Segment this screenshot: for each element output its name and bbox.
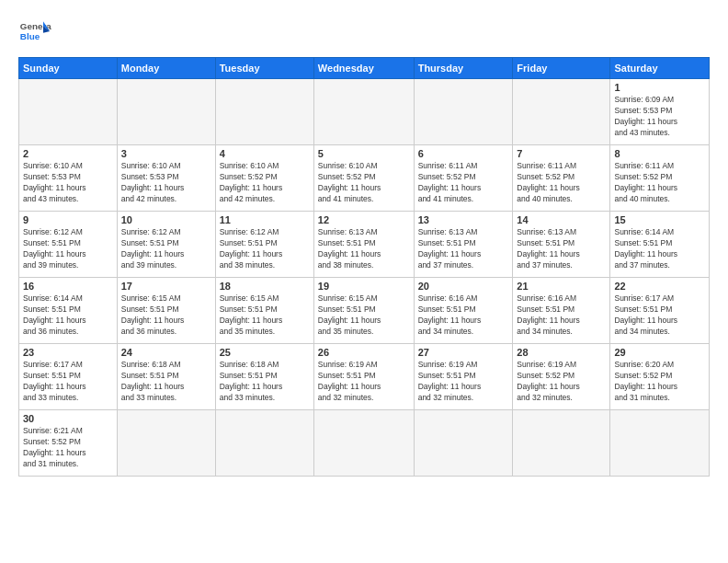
weekday-header-sunday: Sunday	[19, 58, 118, 79]
day-number: 25	[220, 347, 310, 358]
day-info: Sunrise: 6:15 AM Sunset: 5:51 PM Dayligh…	[220, 293, 310, 338]
calendar-cell: 21Sunrise: 6:16 AM Sunset: 5:51 PM Dayli…	[513, 278, 610, 344]
calendar-cell	[313, 410, 414, 477]
calendar-cell: 25Sunrise: 6:18 AM Sunset: 5:51 PM Dayli…	[215, 344, 313, 410]
day-number: 12	[318, 214, 410, 225]
day-number: 19	[318, 281, 410, 292]
day-number: 15	[614, 214, 705, 225]
calendar-cell	[414, 79, 513, 145]
day-info: Sunrise: 6:14 AM Sunset: 5:51 PM Dayligh…	[23, 293, 113, 338]
calendar-cell: 27Sunrise: 6:19 AM Sunset: 5:51 PM Dayli…	[414, 344, 513, 410]
weekday-header-saturday: Saturday	[610, 58, 710, 79]
weekday-header-friday: Friday	[513, 58, 610, 79]
calendar-cell: 24Sunrise: 6:18 AM Sunset: 5:51 PM Dayli…	[117, 344, 215, 410]
day-number: 9	[23, 214, 113, 225]
calendar-cell: 5Sunrise: 6:10 AM Sunset: 5:52 PM Daylig…	[313, 145, 414, 212]
page: General Blue SundayMondayTuesdayWednesda…	[0, 0, 728, 563]
day-info: Sunrise: 6:13 AM Sunset: 5:51 PM Dayligh…	[318, 227, 410, 271]
day-info: Sunrise: 6:11 AM Sunset: 5:52 PM Dayligh…	[418, 161, 509, 205]
calendar-cell: 10Sunrise: 6:12 AM Sunset: 5:51 PM Dayli…	[117, 212, 215, 278]
day-number: 21	[517, 281, 606, 292]
calendar-cell: 2Sunrise: 6:10 AM Sunset: 5:53 PM Daylig…	[19, 145, 118, 212]
calendar-cell: 8Sunrise: 6:11 AM Sunset: 5:52 PM Daylig…	[610, 145, 710, 212]
calendar-cell: 15Sunrise: 6:14 AM Sunset: 5:51 PM Dayli…	[610, 212, 710, 278]
calendar-cell	[414, 410, 513, 477]
day-info: Sunrise: 6:13 AM Sunset: 5:51 PM Dayligh…	[517, 227, 606, 271]
day-info: Sunrise: 6:17 AM Sunset: 5:51 PM Dayligh…	[23, 360, 113, 404]
day-info: Sunrise: 6:15 AM Sunset: 5:51 PM Dayligh…	[121, 293, 211, 338]
calendar-week-row: 9Sunrise: 6:12 AM Sunset: 5:51 PM Daylig…	[19, 212, 710, 278]
calendar-cell: 4Sunrise: 6:10 AM Sunset: 5:52 PM Daylig…	[215, 145, 313, 212]
day-info: Sunrise: 6:19 AM Sunset: 5:51 PM Dayligh…	[418, 360, 509, 404]
day-number: 26	[318, 347, 410, 358]
calendar-cell	[513, 79, 610, 145]
day-info: Sunrise: 6:15 AM Sunset: 5:51 PM Dayligh…	[318, 293, 410, 338]
day-number: 23	[23, 347, 113, 358]
day-info: Sunrise: 6:13 AM Sunset: 5:51 PM Dayligh…	[418, 227, 509, 271]
day-number: 11	[220, 214, 310, 225]
day-info: Sunrise: 6:11 AM Sunset: 5:52 PM Dayligh…	[517, 161, 606, 205]
calendar-cell	[215, 410, 313, 477]
day-info: Sunrise: 6:16 AM Sunset: 5:51 PM Dayligh…	[418, 293, 509, 338]
day-number: 13	[418, 214, 509, 225]
day-number: 29	[614, 347, 705, 358]
day-info: Sunrise: 6:20 AM Sunset: 5:52 PM Dayligh…	[614, 360, 705, 404]
day-number: 28	[517, 347, 606, 358]
day-info: Sunrise: 6:10 AM Sunset: 5:53 PM Dayligh…	[23, 161, 113, 205]
day-number: 22	[614, 281, 705, 292]
day-info: Sunrise: 6:12 AM Sunset: 5:51 PM Dayligh…	[121, 227, 211, 271]
day-info: Sunrise: 6:18 AM Sunset: 5:51 PM Dayligh…	[220, 360, 310, 404]
day-number: 18	[220, 281, 310, 292]
calendar-week-row: 23Sunrise: 6:17 AM Sunset: 5:51 PM Dayli…	[19, 344, 710, 410]
logo: General Blue	[18, 15, 51, 48]
calendar-cell: 1Sunrise: 6:09 AM Sunset: 5:53 PM Daylig…	[610, 79, 710, 145]
day-number: 17	[121, 281, 211, 292]
day-number: 8	[614, 148, 705, 159]
calendar-cell: 13Sunrise: 6:13 AM Sunset: 5:51 PM Dayli…	[414, 212, 513, 278]
day-info: Sunrise: 6:19 AM Sunset: 5:52 PM Dayligh…	[517, 360, 606, 404]
day-info: Sunrise: 6:10 AM Sunset: 5:52 PM Dayligh…	[318, 161, 410, 205]
day-info: Sunrise: 6:12 AM Sunset: 5:51 PM Dayligh…	[23, 227, 113, 271]
day-info: Sunrise: 6:09 AM Sunset: 5:53 PM Dayligh…	[614, 95, 705, 139]
day-number: 14	[517, 214, 606, 225]
calendar-cell: 26Sunrise: 6:19 AM Sunset: 5:51 PM Dayli…	[313, 344, 414, 410]
day-number: 30	[23, 413, 113, 424]
day-number: 27	[418, 347, 509, 358]
day-info: Sunrise: 6:16 AM Sunset: 5:51 PM Dayligh…	[517, 293, 606, 338]
logo-icon: General Blue	[18, 15, 51, 48]
day-info: Sunrise: 6:12 AM Sunset: 5:51 PM Dayligh…	[220, 227, 310, 271]
calendar-cell	[313, 79, 414, 145]
calendar-cell	[19, 79, 118, 145]
day-info: Sunrise: 6:10 AM Sunset: 5:52 PM Dayligh…	[220, 161, 310, 205]
calendar-cell: 28Sunrise: 6:19 AM Sunset: 5:52 PM Dayli…	[513, 344, 610, 410]
day-info: Sunrise: 6:18 AM Sunset: 5:51 PM Dayligh…	[121, 360, 211, 404]
day-number: 6	[418, 148, 509, 159]
weekday-header-row: SundayMondayTuesdayWednesdayThursdayFrid…	[19, 58, 710, 79]
calendar-cell: 14Sunrise: 6:13 AM Sunset: 5:51 PM Dayli…	[513, 212, 610, 278]
calendar-cell: 11Sunrise: 6:12 AM Sunset: 5:51 PM Dayli…	[215, 212, 313, 278]
weekday-header-thursday: Thursday	[414, 58, 513, 79]
day-info: Sunrise: 6:10 AM Sunset: 5:53 PM Dayligh…	[121, 161, 211, 205]
day-number: 10	[121, 214, 211, 225]
day-number: 16	[23, 281, 113, 292]
calendar-cell	[610, 410, 710, 477]
day-number: 5	[318, 148, 410, 159]
calendar-week-row: 16Sunrise: 6:14 AM Sunset: 5:51 PM Dayli…	[19, 278, 710, 344]
calendar-cell: 6Sunrise: 6:11 AM Sunset: 5:52 PM Daylig…	[414, 145, 513, 212]
header: General Blue	[18, 15, 710, 48]
calendar-cell: 19Sunrise: 6:15 AM Sunset: 5:51 PM Dayli…	[313, 278, 414, 344]
calendar-cell: 7Sunrise: 6:11 AM Sunset: 5:52 PM Daylig…	[513, 145, 610, 212]
day-number: 20	[418, 281, 509, 292]
day-number: 1	[614, 82, 705, 93]
day-number: 7	[517, 148, 606, 159]
calendar-cell: 16Sunrise: 6:14 AM Sunset: 5:51 PM Dayli…	[19, 278, 118, 344]
day-number: 4	[220, 148, 310, 159]
day-info: Sunrise: 6:11 AM Sunset: 5:52 PM Dayligh…	[614, 161, 705, 205]
calendar-week-row: 2Sunrise: 6:10 AM Sunset: 5:53 PM Daylig…	[19, 145, 710, 212]
calendar-cell: 12Sunrise: 6:13 AM Sunset: 5:51 PM Dayli…	[313, 212, 414, 278]
day-info: Sunrise: 6:14 AM Sunset: 5:51 PM Dayligh…	[614, 227, 705, 271]
day-info: Sunrise: 6:17 AM Sunset: 5:51 PM Dayligh…	[614, 293, 705, 338]
calendar-cell: 22Sunrise: 6:17 AM Sunset: 5:51 PM Dayli…	[610, 278, 710, 344]
calendar-cell	[117, 79, 215, 145]
svg-text:Blue: Blue	[20, 31, 40, 41]
